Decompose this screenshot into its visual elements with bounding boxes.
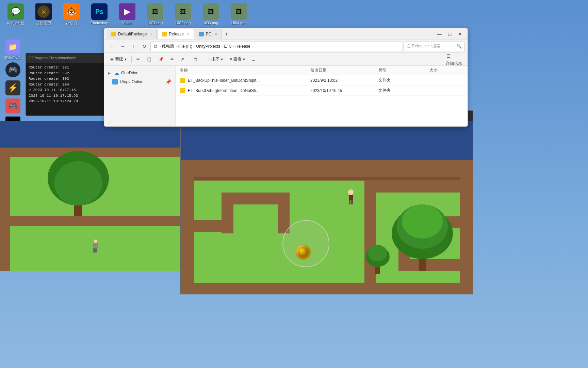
minimize-button[interactable]: —	[435, 29, 444, 39]
svg-text:▶: ▶	[124, 7, 131, 16]
header-name: 名称	[180, 67, 310, 73]
view-label: 查看	[233, 56, 242, 62]
svg-rect-5	[181, 121, 473, 165]
window-controls: — □ ✕	[435, 29, 465, 39]
svg-point-26	[402, 204, 443, 239]
header-date: 修改日期	[310, 67, 378, 73]
breadcrumb-sep: ›	[222, 44, 223, 48]
tree-foliage-inner	[54, 161, 102, 205]
toolbar-sort-btn[interactable]: ↕ 排序 ▾	[205, 55, 226, 64]
file-name-text-2: ET_BurstDebugInformation_DoNotSh...	[188, 88, 260, 93]
file-name-2: ET_BurstDebugInformation_DoNotSh...	[180, 88, 310, 93]
desktop-icon-ui03[interactable]: 🖼 ui03.png	[199, 3, 223, 26]
left-game-area	[0, 121, 184, 271]
new-icon: ✚	[110, 57, 114, 62]
toolbar-more-btn[interactable]: ...	[249, 55, 258, 64]
details-label: 详细信息	[444, 61, 464, 66]
svg-text:⚔: ⚔	[41, 9, 46, 15]
tab-release[interactable]: Release ×	[158, 29, 194, 39]
search-icon: 🔍	[456, 44, 462, 49]
expand-arrow: ▶	[108, 71, 112, 75]
folder-icon	[112, 79, 118, 85]
breadcrumb-sep: ›	[160, 44, 161, 48]
file-row-1[interactable]: ET_BackUpThisFolder_ButDontShipIt... 202…	[176, 75, 468, 86]
view-icon: ≡	[230, 57, 232, 62]
desktop-icon-label: 英雄联盟	[36, 21, 51, 26]
toolbar-new-btn[interactable]: ✚ 新建 ▾	[108, 55, 129, 64]
up-button[interactable]: ↑	[129, 42, 138, 51]
sidebar-item-label: OneDrive	[121, 71, 138, 75]
forward-button[interactable]: →	[118, 42, 127, 51]
maximize-button[interactable]: □	[445, 29, 455, 39]
desktop-icon-yy[interactable]: 🐯 YY语音	[59, 3, 84, 26]
desktop-icon-label: UI01.png	[148, 21, 163, 25]
breadcrumb-sep: ›	[233, 44, 234, 48]
desktop-icons-row: 💬 WeChat版 ⚔ 英雄联盟 🐯 YY语音 Ps Photoshop ▶ V…	[0, 0, 255, 29]
desktop-icon-wechat[interactable]: 💬 WeChat版	[3, 3, 28, 26]
breadcrumb-sep: ›	[176, 44, 177, 48]
desktop-icon-ui01[interactable]: 🖼 UI01.png	[143, 3, 167, 26]
explorer-body: ▶ ☁ OneDrive UtopiaOnline 📌 名称 修改日期 类型 大…	[104, 66, 468, 126]
desktop-icon-photoshop[interactable]: Ps Photoshop	[87, 3, 112, 26]
file-row-2[interactable]: ET_BurstDebugInformation_DoNotSh... 2023…	[176, 86, 468, 96]
terminal-title: C:\Program Files\dotnet\dotn	[29, 56, 77, 60]
toolbar-right: ☰ 详细信息	[444, 52, 464, 66]
path-col	[0, 148, 10, 271]
desktop-icon-gamepad2[interactable]: 🎮	[2, 98, 24, 114]
breadcrumb-bar[interactable]: 🖥 › 此电脑 › File (F:) › UnityProjects › ET…	[150, 42, 402, 51]
toolbar-share-btn[interactable]: ↗	[178, 55, 187, 64]
search-bar[interactable]: 在 Release 中搜索 🔍	[404, 42, 465, 51]
desktop-icon-visual[interactable]: ▶ Visual	[115, 3, 140, 26]
folder-icon-1	[180, 78, 185, 83]
tab-close-btn-release[interactable]: ×	[187, 32, 189, 36]
tab-close-btn[interactable]: ×	[150, 32, 152, 36]
char-leg2	[95, 248, 97, 252]
file-type-2: 文件夹	[378, 88, 429, 93]
toolbar-paste-btn[interactable]: 📌	[156, 55, 166, 64]
desktop-icon-ui04[interactable]: 🖼 UI04.png	[227, 3, 251, 26]
desktop-icon-steam[interactable]: 🎮	[2, 62, 24, 78]
tab-pc[interactable]: PC ×	[195, 29, 222, 39]
breadcrumb-monitor-icon: 🖥	[153, 44, 158, 49]
sort-label: 排序	[211, 56, 219, 62]
desktop-icon-label: Visual	[122, 21, 132, 25]
toolbar-cut-btn[interactable]: ✂	[134, 55, 143, 64]
toolbar-sep3	[203, 56, 203, 63]
file-date-2: 2023/10/10 16:45	[310, 88, 378, 93]
svg-rect-22	[398, 259, 460, 271]
desktop-icon-bolt[interactable]: ⚡	[2, 80, 24, 96]
tab-folder-icon-release	[162, 32, 167, 36]
sidebar-item-utopia[interactable]: UtopiaOnline 📌	[105, 77, 174, 86]
details-view-btn[interactable]: ☰	[444, 52, 464, 61]
toolbar-delete-btn[interactable]: 🗑	[191, 55, 201, 64]
left-ground	[0, 148, 184, 271]
toolbar-rename-btn[interactable]: ✏	[168, 55, 177, 64]
close-button[interactable]: ✕	[455, 29, 465, 39]
desktop-icon-label: WeChat版	[7, 21, 24, 26]
svg-rect-31	[349, 195, 353, 200]
desktop-icon-ui02[interactable]: 🖼 UI02.png	[171, 3, 195, 26]
breadcrumb-end-sep: ›	[252, 44, 253, 48]
refresh-button[interactable]: ↻	[140, 42, 149, 51]
sidebar-item-label: UtopiaOnline	[120, 79, 143, 84]
toolbar-sep	[131, 56, 132, 63]
game-content	[181, 121, 473, 294]
svg-rect-18	[278, 193, 290, 233]
tab-label: PC	[206, 32, 212, 36]
toolbar-view-btn[interactable]: ≡ 查看 ▾	[227, 55, 248, 64]
desktop-icon-folder-girl[interactable]: 📁 写山的女儿	[2, 40, 24, 60]
svg-point-34	[283, 220, 329, 267]
game-scene-svg	[181, 121, 473, 294]
sidebar-item-onedrive[interactable]: ▶ ☁ OneDrive	[105, 68, 174, 77]
tab-default-package[interactable]: DefaultPackage ×	[107, 29, 157, 39]
desktop-icon-yingxiong[interactable]: ⚔ 英雄联盟	[31, 3, 56, 26]
search-placeholder: 在 Release 中搜索	[407, 43, 440, 49]
toolbar-copy-btn[interactable]: 📋	[144, 55, 154, 64]
back-button[interactable]: ←	[107, 42, 116, 51]
new-tab-button[interactable]: +	[222, 30, 231, 39]
svg-rect-12	[181, 283, 473, 294]
file-list-header: 名称 修改日期 类型 大小	[176, 66, 468, 75]
svg-rect-19	[233, 204, 278, 232]
tab-close-btn-pc[interactable]: ×	[215, 32, 217, 36]
svg-rect-15	[376, 181, 460, 193]
